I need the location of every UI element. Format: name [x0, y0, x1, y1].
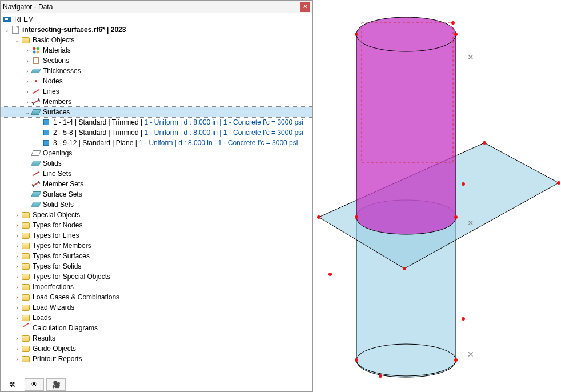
- folder-icon: [21, 293, 30, 302]
- folder-icon: [21, 251, 30, 261]
- surfacesets-node[interactable]: Surface Sets: [1, 189, 312, 199]
- node-label: Solids: [42, 159, 62, 167]
- folder-label: Printout Reports: [31, 355, 82, 363]
- folder-label: Types for Nodes: [31, 221, 82, 229]
- solids-node[interactable]: Solids: [1, 158, 312, 169]
- toggle-icon[interactable]: ›: [13, 274, 21, 280]
- close-button[interactable]: ✕: [300, 2, 310, 12]
- openings-node[interactable]: Openings: [1, 148, 312, 158]
- folder-label: Types for Lines: [31, 231, 79, 239]
- toggle-icon[interactable]: ›: [13, 335, 21, 342]
- folder-label: Basic Objects: [31, 36, 74, 44]
- footer-camera-button[interactable]: 🎥: [46, 378, 66, 391]
- lines-node[interactable]: › Lines: [1, 86, 312, 97]
- node-label: Thicknesses: [42, 67, 81, 75]
- toggle-icon[interactable]: ›: [13, 356, 21, 362]
- line-icon: [31, 87, 41, 96]
- toggle-icon[interactable]: ›: [13, 284, 21, 290]
- toggle-icon[interactable]: ›: [13, 305, 21, 311]
- surface-icon: [31, 190, 41, 199]
- toggle-icon[interactable]: ›: [13, 294, 21, 301]
- folder-label: Special Objects: [31, 211, 80, 219]
- toggle-icon[interactable]: ›: [23, 78, 31, 85]
- toggle-icon[interactable]: ›: [23, 89, 31, 95]
- folder-label: Types for Surfaces: [31, 252, 90, 260]
- toggle-icon[interactable]: ›: [13, 233, 21, 239]
- folder-node[interactable]: ›Load Cases & Combinations: [1, 292, 312, 302]
- svg-text:✕: ✕: [467, 53, 474, 62]
- node-label: Surfaces: [42, 108, 70, 116]
- surfaces-node[interactable]: ⌄ Surfaces: [1, 107, 312, 117]
- surface-item[interactable]: 1 - 1-4 | Standard | Trimmed | 1 - Unifo…: [1, 117, 312, 127]
- toggle-icon[interactable]: ›: [13, 222, 21, 229]
- nodes-node[interactable]: › Nodes: [1, 76, 312, 86]
- member-icon: [31, 97, 41, 106]
- thicknesses-node[interactable]: › Thicknesses: [1, 66, 312, 76]
- folder-node[interactable]: ›Special Objects: [1, 210, 312, 220]
- folder-node[interactable]: ›Printout Reports: [1, 354, 312, 364]
- svg-point-7: [454, 358, 458, 362]
- folder-icon: [21, 303, 30, 312]
- toggle-icon[interactable]: ›: [23, 58, 31, 64]
- root-rfem[interactable]: RFEM: [1, 14, 312, 25]
- folder-label: Types for Solids: [31, 262, 81, 270]
- toggle-icon[interactable]: ›: [13, 346, 21, 352]
- toggle-icon[interactable]: ›: [13, 263, 21, 270]
- toggle-icon[interactable]: ⌄: [3, 27, 11, 33]
- footer-tool-button[interactable]: 🛠: [3, 378, 22, 391]
- svg-point-9: [483, 141, 486, 145]
- svg-point-5: [454, 215, 458, 219]
- folder-label: Loads: [31, 314, 51, 322]
- node-label: Member Sets: [42, 180, 83, 188]
- sections-node[interactable]: › Sections: [1, 55, 312, 66]
- model-viewport[interactable]: ✕ ✕ ✕: [313, 0, 561, 392]
- folder-icon: [21, 334, 30, 343]
- toggle-icon[interactable]: ⌄: [23, 109, 31, 115]
- member-icon: [31, 179, 41, 189]
- folder-node[interactable]: ›Loads: [1, 313, 312, 323]
- toggle-icon[interactable]: ›: [23, 99, 31, 105]
- gear-icon: 🛠: [9, 381, 16, 389]
- folder-node[interactable]: ›Results: [1, 333, 312, 343]
- toggle-icon[interactable]: ⌄: [13, 37, 21, 43]
- node-icon: [31, 77, 41, 86]
- materials-node[interactable]: › Materials: [1, 45, 312, 55]
- tree-view[interactable]: RFEM ⌄ intersecting-surfaces.rf6* | 2023…: [1, 13, 312, 377]
- surface-item[interactable]: 3 - 9-12 | Standard | Plane | 1 - Unifor…: [1, 138, 312, 148]
- toggle-icon[interactable]: ›: [23, 47, 31, 54]
- folder-icon: [21, 354, 30, 363]
- folder-node[interactable]: ›Types for Members: [1, 241, 312, 251]
- membersets-node[interactable]: Member Sets: [1, 179, 312, 189]
- folder-node[interactable]: ›Load Wizards: [1, 302, 312, 313]
- folder-node[interactable]: ›Types for Special Objects: [1, 271, 312, 282]
- folder-icon: [21, 262, 30, 271]
- surface-item[interactable]: 2 - 5-8 | Standard | Trimmed | 1 - Unifo…: [1, 127, 312, 138]
- toggle-icon[interactable]: ›: [13, 315, 21, 321]
- surface-item-label: 1 - 1-4 | Standard | Trimmed | 1 - Unifo…: [52, 118, 303, 126]
- materials-icon: [31, 46, 41, 55]
- folder-node[interactable]: ›Types for Surfaces: [1, 251, 312, 261]
- line-icon: [31, 169, 41, 178]
- basic-objects[interactable]: ⌄ Basic Objects: [1, 35, 312, 45]
- toggle-icon[interactable]: ›: [13, 253, 21, 259]
- folder-node[interactable]: ›Imperfections: [1, 282, 312, 292]
- members-node[interactable]: › Members: [1, 97, 312, 107]
- folder-node[interactable]: ›Types for Lines: [1, 230, 312, 241]
- toggle-icon[interactable]: ›: [13, 243, 21, 249]
- folder-label: Imperfections: [31, 283, 74, 291]
- svg-text:✕: ✕: [467, 218, 474, 227]
- eye-icon: 👁: [31, 381, 38, 389]
- footer-eye-button[interactable]: 👁: [25, 378, 44, 391]
- folder-node[interactable]: ›Guide Objects: [1, 343, 312, 354]
- toggle-icon[interactable]: ›: [23, 68, 31, 74]
- linesets-node[interactable]: Line Sets: [1, 169, 312, 179]
- calc-diagrams-node[interactable]: Calculation Diagrams: [1, 323, 312, 333]
- folder-node[interactable]: ›Types for Solids: [1, 261, 312, 271]
- file-node[interactable]: ⌄ intersecting-surfaces.rf6* | 2023: [1, 25, 312, 35]
- thickness-icon: [31, 66, 41, 75]
- surface-item-label: 2 - 5-8 | Standard | Trimmed | 1 - Unifo…: [52, 129, 303, 137]
- folder-node[interactable]: ›Types for Nodes: [1, 220, 312, 230]
- svg-point-11: [403, 267, 406, 270]
- solidsets-node[interactable]: Solid Sets: [1, 199, 312, 210]
- toggle-icon[interactable]: ›: [13, 212, 21, 218]
